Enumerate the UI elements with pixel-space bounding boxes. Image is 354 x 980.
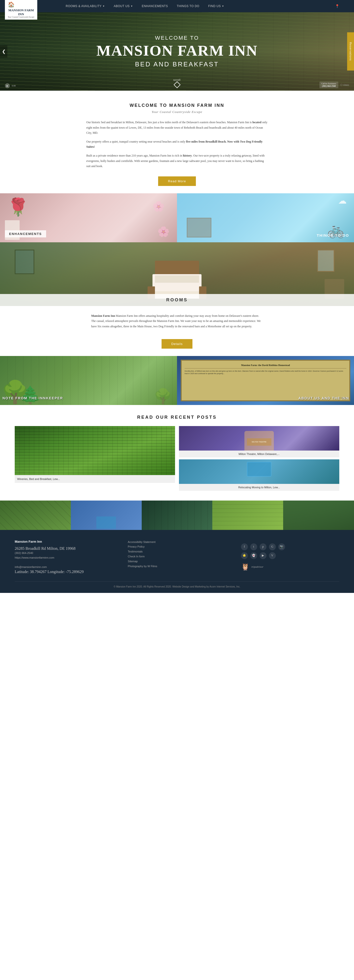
details-button[interactable]: Details — [161, 339, 193, 348]
rooms-text-section: Mansion Farm Inn Mansion Farm Inn offers… — [0, 306, 354, 356]
about-sign-body: Dorothy Aris, of Milford was born on thi… — [185, 370, 346, 375]
footer-website[interactable]: https://www.mansionfarminn.com — [15, 555, 113, 560]
note-innkeeper-label: NOTE FROM THE INNKEEPER — [2, 396, 63, 400]
vimeo-icon[interactable]: V — [269, 552, 276, 559]
call-assistance[interactable]: Call for Assistance (302) 664-2560 — [319, 81, 338, 88]
footer-address: 26285 Broadkill Rd Milton, — [15, 546, 59, 550]
yelp-icon[interactable]: ⭐ — [241, 552, 248, 559]
instagram-icon[interactable]: 📷 — [278, 543, 285, 550]
about-inn-cell[interactable]: Mansion Farm: the David Robbins Homestea… — [177, 356, 354, 405]
facebook-icon[interactable]: f — [241, 543, 248, 550]
dropdown-arrow: ▼ — [131, 5, 133, 7]
footer-address2: DE 19968 — [60, 546, 75, 550]
welcome-para2: Our property offers a quiet, tranquil co… — [86, 139, 268, 150]
hero-prev-button[interactable]: ❮ — [0, 45, 7, 57]
recent-posts-heading: READ OUR RECENT POSTS — [15, 415, 339, 420]
strip-photo-1 — [0, 501, 71, 530]
nav-links: ROOMS & AVAILABILITY ▼ ABOUT US ▼ ENHANC… — [61, 5, 228, 8]
nav-item-find[interactable]: FIND US ▼ — [204, 5, 228, 8]
things-to-do-cell[interactable]: ☁ 🚲 THINGS TO DO — [177, 193, 354, 242]
rooms-label: ROOMS — [0, 294, 354, 306]
post-1[interactable]: Wineries, Bed and Breakfast, Lew... — [15, 426, 175, 491]
play-button[interactable]: ▶ — [5, 83, 10, 88]
welcome-heading: WELCOME TO MANSION FARM INN — [86, 103, 268, 108]
about-inn-label: ABOUT US AND THE INN — [298, 396, 349, 400]
nav-item-things[interactable]: THINGS TO DO — [172, 5, 204, 8]
tripadvisor-badge[interactable]: 🦉 tripadvisor — [241, 563, 339, 571]
hero-section: WELCOME TO MANSION FARM INN BED AND BREA… — [0, 12, 354, 91]
post-3[interactable]: Relocating Moving to Milton, Lew... — [179, 460, 339, 491]
post-3-caption: Relocating Moving to Milton, Lew... — [179, 484, 339, 491]
footer-latitude: Latitude: 38.794267 — [15, 570, 46, 574]
tripadvisor-text: tripadvisor — [252, 565, 263, 568]
top-navigation: 🏠 MANSION FARM INN Your Coastal Countrys… — [0, 0, 354, 12]
footer-inn-name: Mansion Farm Inn — [15, 540, 113, 543]
logo-tagline: Your Coastal Countryside Escape — [8, 16, 34, 18]
tripadvisor-icon: 🦉 — [241, 563, 250, 571]
enhancements-label: ENHANCEMENTS — [5, 230, 46, 237]
snapchat-icon[interactable]: 👻 — [250, 552, 257, 559]
nav-item-rooms[interactable]: ROOMS & AVAILABILITY ▼ — [61, 5, 109, 8]
logo[interactable]: 🏠 MANSION FARM INN Your Coastal Countrys… — [5, 0, 37, 20]
footer: Mansion Farm Inn 26285 Broadkill Rd Milt… — [0, 530, 354, 593]
scroll-indicator: scroll — [173, 79, 180, 88]
footer-phone[interactable]: (302) 664-2540 — [15, 551, 113, 556]
post-1-caption: Wineries, Bed and Breakfast, Lew... — [15, 475, 175, 483]
hero-welcome: WELCOME TO — [96, 35, 258, 41]
hero-title: MANSION FARM INN — [96, 42, 258, 59]
footer-links-col: Accessibility Statement Privacy Policy T… — [128, 540, 226, 574]
google-icon[interactable]: G — [269, 543, 276, 550]
video-controls[interactable]: ▶ 0:00 — [5, 83, 16, 88]
enhancements-things-grid: 🌹 🌸 ENHANCEMENTS ☁ 🚲 THINGS TO DO — [0, 193, 354, 242]
photo-strip — [0, 501, 354, 530]
footer-social-col: f t p G 📷 ⭐ 👻 ▶ V 🦉 tripadvisor — [241, 540, 339, 574]
footer-link-checkin[interactable]: Check In form — [128, 554, 226, 559]
scroll-diamond — [174, 81, 180, 88]
footer-link-sitemap[interactable]: Sitemap — [128, 559, 226, 564]
social-icons-group: f t p G 📷 — [241, 543, 339, 550]
about-sign-title: Mansion Farm: the David Robbins Homestea… — [241, 364, 290, 367]
strip-photo-4 — [212, 501, 283, 530]
things-to-do-label: THINGS TO DO — [317, 233, 349, 237]
social-icons-group-2: ⭐ 👻 ▶ V — [241, 552, 339, 559]
video-time: 0:00 — [12, 84, 16, 87]
posts-grid: Wineries, Bed and Breakfast, Lew... MILT… — [15, 426, 339, 491]
rooms-paragraph: Mansion Farm Inn Mansion Farm Inn offers… — [91, 313, 263, 329]
footer-email[interactable]: info@mansionfarminn.com — [15, 565, 113, 570]
welcome-para1: Our historic bed and breakfast in Milton… — [86, 120, 268, 136]
vimeo-logo: ⬡ vimeo — [340, 84, 349, 86]
footer-link-accessibility[interactable]: Accessibility Statement — [128, 540, 226, 545]
youtube-icon[interactable]: ▶ — [260, 552, 266, 559]
nav-item-about[interactable]: ABOUT US ▼ — [109, 5, 137, 8]
dropdown-arrow: ▼ — [102, 5, 105, 7]
post-2-caption: Milton Theatre, Milton Delaware,... — [179, 450, 339, 457]
strip-photo-3 — [142, 501, 212, 530]
logo-text: MANSION FARM INN — [8, 8, 34, 16]
welcome-section: WELCOME TO MANSION FARM INN Your Coastal… — [0, 91, 354, 193]
twitter-icon[interactable]: t — [250, 543, 257, 550]
read-more-button[interactable]: Read More — [158, 177, 196, 186]
hero-subtitle: BED AND BREAKFAST — [96, 60, 258, 68]
dropdown-arrow: ▼ — [222, 5, 224, 7]
strip-photo-2 — [71, 501, 142, 530]
footer-link-privacy[interactable]: Privacy Policy — [128, 544, 226, 549]
note-innkeeper-cell[interactable]: 🌳 🌲 🌳 NOTE FROM THE INNKEEPER — [0, 356, 177, 405]
enhancements-cell[interactable]: 🌹 🌸 ENHANCEMENTS — [0, 193, 177, 242]
note-about-grid: 🌳 🌲 🌳 NOTE FROM THE INNKEEPER Mansion Fa… — [0, 356, 354, 405]
footer-copyright: © Mansion Farm Inn 2020. All Rights Rese… — [15, 581, 339, 588]
nav-item-enhancements[interactable]: ENHANCEMENTS — [137, 5, 172, 8]
reservations-tab[interactable]: Reservations — [347, 32, 354, 70]
footer-link-photography[interactable]: Photography by W Films — [128, 564, 226, 569]
footer-address-col: Mansion Farm Inn 26285 Broadkill Rd Milt… — [15, 540, 113, 574]
pinterest-icon[interactable]: p — [260, 543, 266, 550]
footer-link-testimonials[interactable]: Testimonials — [128, 549, 226, 554]
recent-posts-section: READ OUR RECENT POSTS Wineries, Bed and … — [0, 405, 354, 501]
welcome-para3: Built as a private residence more than 2… — [86, 153, 268, 169]
hero-content: WELCOME TO MANSION FARM INN BED AND BREA… — [96, 35, 258, 68]
welcome-tagline: Your Coastal Countryside Escape — [86, 110, 268, 114]
rooms-image-section[interactable]: ROOMS — [0, 242, 354, 306]
vimeo-info: Call for Assistance (302) 664-2560 ⬡ vim… — [319, 81, 349, 88]
post-2-3-column: MILTON THEATRE Milton Theatre, Milton De… — [179, 426, 339, 491]
post-2[interactable]: MILTON THEATRE Milton Theatre, Milton De… — [179, 426, 339, 457]
strip-photo-5 — [283, 501, 354, 530]
